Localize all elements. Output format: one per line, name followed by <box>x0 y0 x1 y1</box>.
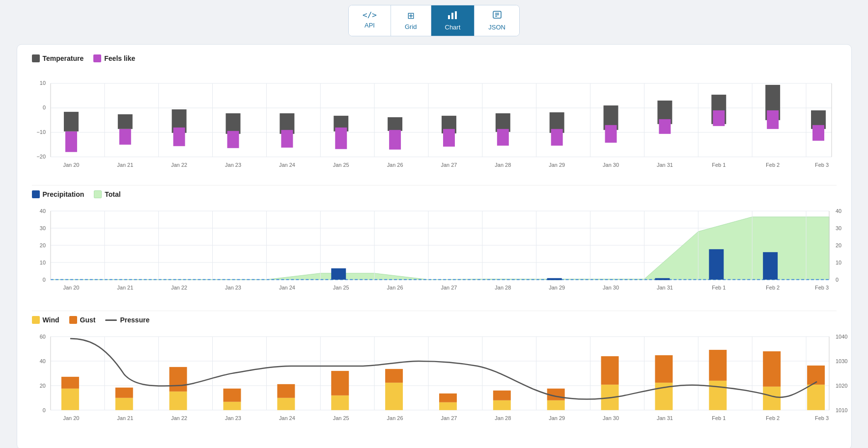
svg-text:40: 40 <box>39 358 45 364</box>
svg-text:Feb 2: Feb 2 <box>766 284 780 290</box>
svg-text:20: 20 <box>39 383 45 389</box>
temperature-legend-label: Temperature <box>43 54 84 62</box>
svg-text:60: 60 <box>39 334 45 340</box>
svg-text:0: 0 <box>42 277 45 283</box>
temp-bar-jan23 <box>225 113 240 134</box>
svg-text:10: 10 <box>39 80 45 86</box>
svg-text:Jan 29: Jan 29 <box>549 415 565 421</box>
svg-text:Jan 25: Jan 25 <box>333 415 349 421</box>
svg-text:Jan 22: Jan 22 <box>171 284 187 290</box>
feels-bar-jan29 <box>551 129 562 146</box>
json-label: JSON <box>488 24 505 31</box>
gust-bar-jan31 <box>655 355 672 383</box>
pressure-legend-item: Pressure <box>105 316 149 324</box>
svg-text:30: 30 <box>39 225 45 231</box>
svg-text:Feb 3: Feb 3 <box>814 162 828 168</box>
svg-text:Jan 26: Jan 26 <box>387 415 403 421</box>
svg-text:Jan 21: Jan 21 <box>117 162 133 168</box>
feels-bar-jan22 <box>173 128 185 146</box>
svg-text:Feb 3: Feb 3 <box>814 284 828 290</box>
svg-text:Jan 27: Jan 27 <box>441 415 457 421</box>
svg-text:30: 30 <box>835 225 841 231</box>
feels-bar-jan28 <box>497 129 508 146</box>
wind-bar-jan28 <box>493 400 510 410</box>
svg-text:10: 10 <box>835 260 841 265</box>
wind-bar-feb1 <box>709 381 727 410</box>
svg-text:0: 0 <box>42 407 45 413</box>
temperature-panel: Temperature Feels like 10 0 −10 −20 <box>32 54 837 176</box>
wind-bar-jan23 <box>223 402 241 410</box>
wind-bar-jan27 <box>439 402 456 410</box>
gust-bar-feb1 <box>709 350 727 381</box>
wind-bar-jan24 <box>277 398 295 410</box>
temp-bar-jan26 <box>388 117 402 131</box>
temperature-legend: Temperature Feels like <box>32 54 837 62</box>
wind-bar-jan29 <box>547 400 564 410</box>
chart-label: Chart <box>445 24 461 31</box>
precipitation-legend-item: Precipitation <box>32 190 84 198</box>
grid-button[interactable]: ⊞ Grid <box>391 5 431 36</box>
svg-text:Jan 31: Jan 31 <box>656 284 672 290</box>
api-button[interactable]: </> API <box>349 5 391 36</box>
temp-bar-jan20 <box>63 112 78 132</box>
svg-text:Jan 28: Jan 28 <box>495 162 511 168</box>
svg-text:Jan 21: Jan 21 <box>117 284 133 290</box>
svg-text:Jan 20: Jan 20 <box>63 162 79 168</box>
wind-chart: 60 40 20 0 1040 1030 1020 1010 <box>32 328 837 433</box>
svg-text:Jan 25: Jan 25 <box>333 284 349 290</box>
gust-bar-feb2 <box>763 351 781 387</box>
svg-text:Jan 24: Jan 24 <box>279 415 295 421</box>
chart-container: Temperature Feels like 10 0 −10 −20 <box>17 44 852 448</box>
chart-button[interactable]: Chart <box>431 5 475 36</box>
svg-text:Jan 29: Jan 29 <box>549 162 565 168</box>
gust-bar-jan25 <box>331 371 349 395</box>
svg-text:−20: −20 <box>36 154 46 159</box>
svg-text:Jan 27: Jan 27 <box>441 284 457 290</box>
wind-bar-feb3 <box>807 385 825 410</box>
json-button[interactable]: JSON <box>475 5 519 36</box>
svg-text:Jan 24: Jan 24 <box>279 284 295 290</box>
gust-bar-jan22 <box>169 367 187 392</box>
svg-text:40: 40 <box>39 208 45 214</box>
feels-bar-jan21 <box>119 129 131 145</box>
wind-bar-jan21 <box>115 398 133 410</box>
wind-legend: Wind Gust Pressure <box>32 316 837 324</box>
svg-text:Jan 22: Jan 22 <box>171 162 187 168</box>
gust-bar-jan26 <box>385 369 403 383</box>
grid-label: Grid <box>405 23 417 30</box>
gust-bar-jan23 <box>223 389 241 402</box>
feels-bar-jan20 <box>65 132 77 152</box>
precipitation-swatch <box>32 190 40 198</box>
feellike-swatch <box>93 54 101 62</box>
feellike-legend-label: Feels like <box>104 54 135 62</box>
svg-text:1010: 1010 <box>835 407 847 413</box>
gust-bar-jan24 <box>277 384 295 398</box>
wind-bar-jan25 <box>331 395 349 410</box>
total-legend-label: Total <box>105 190 120 198</box>
precip-bar-jan25 <box>331 268 346 280</box>
precip-bar-jan29 <box>547 278 561 280</box>
gust-bar-jan20 <box>61 377 79 389</box>
feels-bar-feb3 <box>812 125 824 141</box>
svg-text:−10: −10 <box>36 129 46 135</box>
svg-rect-2 <box>455 11 457 19</box>
svg-text:Feb 2: Feb 2 <box>766 162 780 168</box>
divider-2 <box>32 311 837 311</box>
pressure-line-swatch <box>105 319 117 321</box>
wind-legend-item: Wind <box>32 316 59 324</box>
precipitation-legend: Precipitation Total <box>32 190 837 198</box>
svg-text:Jan 23: Jan 23 <box>225 284 241 290</box>
svg-text:Jan 25: Jan 25 <box>333 162 349 168</box>
svg-text:1040: 1040 <box>835 334 847 340</box>
gust-legend-label: Gust <box>80 316 96 324</box>
svg-text:40: 40 <box>835 208 841 214</box>
svg-text:Jan 29: Jan 29 <box>549 284 565 290</box>
svg-text:Feb 2: Feb 2 <box>766 415 780 421</box>
svg-text:Jan 28: Jan 28 <box>495 284 511 290</box>
api-icon: </> <box>363 10 377 20</box>
svg-text:Feb 1: Feb 1 <box>712 162 726 168</box>
svg-text:Jan 31: Jan 31 <box>656 415 672 421</box>
svg-text:20: 20 <box>835 242 841 248</box>
svg-rect-0 <box>448 15 450 19</box>
divider-1 <box>32 185 837 185</box>
